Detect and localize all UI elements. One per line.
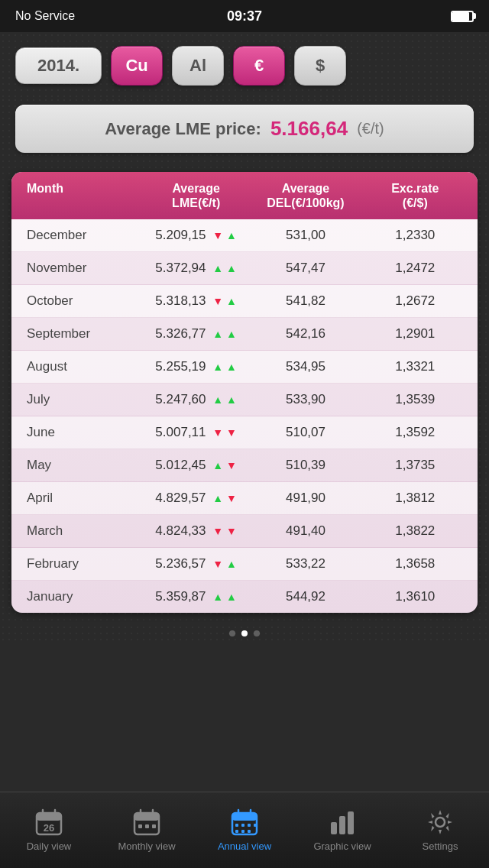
page-dots [0,624,489,641]
cell-lme: 5.359,87 ▲▲ [141,589,251,604]
cell-del: 541,82 [251,293,360,309]
cell-exc: 1,2672 [361,293,470,309]
cell-lme: 4.829,57 ▲▼ [141,491,251,506]
dollar-button[interactable]: $ [294,46,346,86]
table-row: April 4.829,57 ▲▼ 491,90 1,3812 [11,482,478,515]
arrow-down: ▼ [226,459,237,471]
col-del: AverageDEL(€/100kg) [251,181,360,210]
table-row: June 5.007,11 ▼▼ 510,07 1,3592 [11,416,478,449]
cell-lme: 5.007,11 ▼▼ [141,425,251,440]
cell-del: 531,00 [251,228,360,243]
cell-month: August [19,359,141,374]
cell-lme: 5.318,13 ▼▲ [141,293,251,309]
tab-graphic[interactable]: Graphic view [293,792,391,868]
tab-graphic-label: Graphic view [313,840,371,852]
arrow-up: ▲ [226,558,237,570]
arrow-up: ▲ [226,262,237,274]
svg-rect-10 [145,824,149,828]
svg-rect-20 [241,830,244,833]
arrow-down: ▼ [226,525,237,537]
cell-del: 510,07 [251,425,360,440]
cell-month: September [19,326,141,342]
cell-lme: 5.209,15 ▼▲ [141,228,251,243]
cell-del: 534,95 [251,359,360,374]
cell-exc: 1,3610 [361,589,470,604]
cell-exc: 1,3539 [361,392,470,407]
arrow-down: ▼ [212,426,223,439]
calendar-month-icon [133,808,160,836]
table-row: August 5.255,19 ▲▲ 534,95 1,3321 [11,351,478,384]
arrow-up: ▲ [212,459,223,471]
svg-rect-17 [241,824,244,827]
cell-month: June [19,425,141,440]
data-table: Month AverageLME(€/t) AverageDEL(€/100kg… [11,172,478,613]
table-row: February 5.236,57 ▼▲ 533,22 1,3658 [11,548,478,581]
calendar-annual-icon [231,808,258,836]
tab-annual[interactable]: Annual view [196,792,293,868]
cell-del: 542,16 [251,326,360,342]
tab-daily[interactable]: 26 Daily view [0,792,98,868]
arrow-down: ▼ [212,558,223,570]
euro-button[interactable]: € [233,46,285,86]
table-body: December 5.209,15 ▼▲ 531,00 1,2330 Novem… [11,219,478,613]
battery-indicator [451,11,474,22]
arrow-up: ▲ [226,229,237,241]
svg-rect-25 [348,811,354,834]
svg-rect-18 [248,824,251,827]
page-dot-2 [241,630,248,636]
cell-lme: 5.255,19 ▲▲ [141,359,251,374]
calendar-day-icon: 26 [35,808,63,836]
cell-month: October [19,293,141,309]
cell-exc: 1,3592 [361,425,470,440]
cell-exc: 1,3658 [361,556,470,572]
table-row: December 5.209,15 ▼▲ 531,00 1,2330 [11,219,478,252]
svg-rect-24 [339,816,345,834]
svg-rect-21 [248,830,251,833]
cell-lme: 5.236,57 ▼▲ [141,556,251,572]
arrow-up: ▲ [226,361,237,373]
status-bar: No Service 09:37 [0,0,489,32]
cell-month: November [19,261,141,276]
svg-rect-16 [235,824,238,827]
cell-month: February [19,556,141,572]
cell-exc: 1,3812 [361,491,470,506]
cell-del: 491,90 [251,491,360,506]
battery-body [451,11,474,22]
arrow-up: ▲ [212,262,223,274]
gear-icon [426,808,454,836]
cell-del: 510,39 [251,458,360,473]
cell-month: December [19,228,141,243]
tab-daily-label: Daily view [27,840,72,852]
arrow-up: ▲ [226,394,237,406]
cell-del: 547,47 [251,261,360,276]
cell-lme: 5.247,60 ▲▲ [141,392,251,407]
arrow-up: ▲ [226,295,237,307]
arrow-up: ▲ [212,591,223,603]
svg-rect-11 [152,824,156,828]
year-button[interactable]: 2014. [15,47,102,84]
cell-lme: 5.372,94 ▲▲ [141,261,251,276]
svg-rect-23 [331,822,337,834]
table-row: July 5.247,60 ▲▲ 533,90 1,3539 [11,384,478,416]
cell-exc: 1,3822 [361,523,470,539]
tab-settings[interactable]: Settings [391,792,489,868]
svg-rect-9 [138,824,142,828]
avg-price-bar: Average LME price: 5.166,64 (€/t) [15,105,474,153]
arrow-down: ▼ [226,426,237,439]
tab-monthly[interactable]: Monthly view [98,792,196,868]
arrow-up: ▲ [212,394,223,406]
cell-exc: 1,3735 [361,458,470,473]
svg-rect-13 [232,813,257,821]
table-row: October 5.318,13 ▼▲ 541,82 1,2672 [11,285,478,318]
arrow-down: ▼ [212,229,223,241]
cell-exc: 1,2901 [361,326,470,342]
cell-del: 544,92 [251,589,360,604]
page-dot-3 [254,630,260,636]
al-button[interactable]: Al [172,46,224,86]
tab-settings-label: Settings [423,840,458,852]
cell-month: April [19,491,141,506]
table-row: May 5.012,45 ▲▼ 510,39 1,3735 [11,449,478,482]
tab-annual-label: Annual view [218,840,271,852]
cu-button[interactable]: Cu [111,46,163,86]
avg-price-container: Average LME price: 5.166,64 (€/t) [0,97,489,164]
